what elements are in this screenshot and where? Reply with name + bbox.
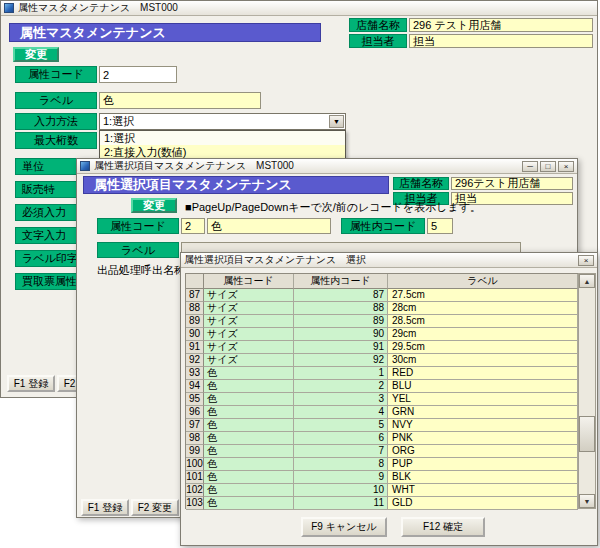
app-icon [4, 3, 14, 13]
store-name-field[interactable]: 296テスト用店舗 [451, 177, 573, 190]
minimize-icon[interactable]: ─ [522, 161, 538, 172]
scroll-down-icon[interactable]: ▼ [579, 494, 595, 508]
row-number-cell: 93 [186, 367, 204, 380]
row-number-cell: 102 [186, 484, 204, 497]
pageup-hint-text: ■PageUp/PageDownキーで次/前のレコードを表示します。 [185, 200, 481, 215]
table-row[interactable]: 95色3YEL [186, 393, 578, 406]
f1-register-button[interactable]: F1 登録 [81, 499, 129, 516]
label-field[interactable]: 色 [99, 92, 261, 109]
dropdown-item[interactable]: 2:直接入力(数値) [100, 145, 345, 159]
table-row[interactable]: 90サイズ9029cm [186, 328, 578, 341]
dropdown-item[interactable]: 1:選択 [100, 131, 345, 145]
label-cell: PUP [388, 458, 578, 471]
table-row[interactable]: 98色6PNK [186, 432, 578, 445]
staff-field[interactable]: 担当 [409, 34, 593, 48]
label-cell: GRN [388, 406, 578, 419]
inner-code-cell: 10 [294, 484, 388, 497]
label-cell: YEL [388, 393, 578, 406]
row-number-cell: 100 [186, 458, 204, 471]
label-cell: 27.5cm [388, 289, 578, 302]
attr-code-cell: 色 [204, 484, 294, 497]
table-row[interactable]: 101色9BLK [186, 471, 578, 484]
window-controls: ─ □ × [522, 161, 574, 172]
f9-cancel-button[interactable]: F9 キャンセル [301, 517, 387, 537]
scrollbar-thumb[interactable] [579, 416, 595, 452]
combo-dropdown-icon[interactable]: ▼ [329, 115, 344, 128]
table-row[interactable]: 92サイズ9230cm [186, 354, 578, 367]
header-inner-code: 属性内コード [294, 274, 388, 289]
table-columns: 属性コード 属性内コード ラベル 87サイズ8727.5cm88サイズ8828c… [185, 273, 578, 509]
table-row[interactable]: 96色4GRN [186, 406, 578, 419]
table-row[interactable]: 87サイズ8727.5cm [186, 289, 578, 302]
back-window-title: 属性マスタメンテナンス MST000 [18, 1, 178, 15]
header-attr-code: 属性コード [204, 274, 294, 289]
label-cell: 29.5cm [388, 341, 578, 354]
table-row[interactable]: 103色11GLD [186, 497, 578, 510]
store-name-field[interactable]: 296 テスト用店舗 [409, 18, 593, 32]
table-row[interactable]: 97色5NVY [186, 419, 578, 432]
change-button[interactable]: 変更 [131, 198, 177, 213]
table-row[interactable]: 100色8PUP [186, 458, 578, 471]
table-header-row: 属性コード 属性内コード ラベル [186, 274, 578, 289]
attr-code-label: 属性コード [97, 218, 179, 234]
row-number-cell: 91 [186, 341, 204, 354]
back-titlebar[interactable]: 属性マスタメンテナンス MST000 [1, 1, 597, 16]
label-label: ラベル [97, 242, 179, 258]
label-cell: GLD [388, 497, 578, 510]
inner-code-cell: 3 [294, 393, 388, 406]
header-label: ラベル [388, 274, 578, 289]
inner-code-cell: 9 [294, 471, 388, 484]
label-cell: 28cm [388, 302, 578, 315]
label-cell: 30cm [388, 354, 578, 367]
f1-register-button[interactable]: F1 登録 [7, 375, 55, 392]
row-number-cell: 96 [186, 406, 204, 419]
row-number-cell: 101 [186, 471, 204, 484]
middle-banner-title: 属性選択項目マスタメンテナンス [83, 176, 389, 194]
table-row[interactable]: 89サイズ8928.5cm [186, 315, 578, 328]
row-number-cell: 95 [186, 393, 204, 406]
dialog-titlebar[interactable]: 属性選択項目マスタメンテナンス 選択 × [181, 253, 597, 268]
table-row[interactable]: 102色10WHT [186, 484, 578, 497]
table-row[interactable]: 93色1RED [186, 367, 578, 380]
input-method-combobox[interactable]: 1:選択 ▼ [99, 113, 346, 130]
attr-code-name-field[interactable]: 色 [207, 218, 331, 234]
inner-code-cell: 87 [294, 289, 388, 302]
inner-code-cell: 90 [294, 328, 388, 341]
attr-inner-code-label: 属性内コード [341, 218, 425, 234]
back-banner-title: 属性マスタメンテナンス [9, 23, 321, 42]
scrollbar-track[interactable] [579, 288, 595, 494]
attr-inner-code-field[interactable]: 5 [427, 218, 453, 234]
table-row[interactable]: 99色7ORG [186, 445, 578, 458]
table-scrollbar[interactable]: ▲ ▼ [578, 273, 596, 509]
label-cell: NVY [388, 419, 578, 432]
maximize-icon[interactable]: □ [540, 161, 556, 172]
inner-code-cell: 5 [294, 419, 388, 432]
row-number-cell: 103 [186, 497, 204, 510]
change-button[interactable]: 変更 [13, 47, 59, 62]
close-icon[interactable]: × [558, 161, 574, 172]
scroll-up-icon[interactable]: ▲ [579, 274, 595, 288]
f12-confirm-button[interactable]: F12 確定 [401, 517, 485, 537]
inner-code-cell: 6 [294, 432, 388, 445]
f2-change-button[interactable]: F2 変更 [131, 499, 179, 516]
attr-code-field[interactable]: 2 [181, 218, 205, 234]
attr-code-field[interactable]: 2 [99, 66, 177, 83]
attr-code-cell: 色 [204, 393, 294, 406]
row-number-cell: 99 [186, 445, 204, 458]
table-row[interactable]: 88サイズ8828cm [186, 302, 578, 315]
row-number-cell: 92 [186, 354, 204, 367]
label-cell: ORG [388, 445, 578, 458]
attr-code-cell: 色 [204, 471, 294, 484]
close-icon[interactable]: × [578, 255, 594, 266]
middle-titlebar[interactable]: 属性選択項目マスタメンテナンス MST000 ─ □ × [77, 159, 577, 174]
corner-cell [186, 274, 204, 289]
attr-code-cell: 色 [204, 445, 294, 458]
table-row[interactable]: 94色2BLU [186, 380, 578, 393]
label-cell: RED [388, 367, 578, 380]
input-method-dropdown-list: 1:選択 2:直接入力(数値) [99, 130, 346, 160]
label-label: ラベル [15, 92, 97, 109]
inner-code-cell: 7 [294, 445, 388, 458]
inner-code-cell: 92 [294, 354, 388, 367]
store-name-label: 店舗名称 [393, 177, 449, 190]
table-row[interactable]: 91サイズ9129.5cm [186, 341, 578, 354]
